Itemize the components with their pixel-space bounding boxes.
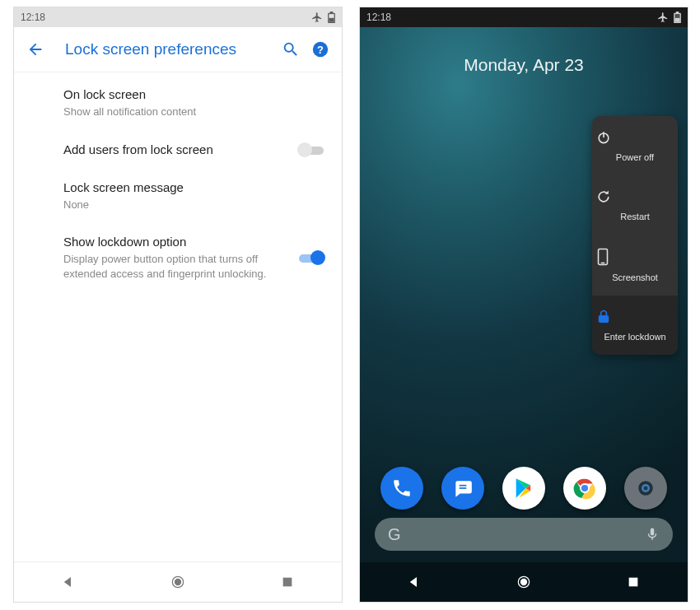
- google-logo-icon: G: [388, 525, 401, 544]
- home-wallpaper[interactable]: Monday, Apr 23 Power off Restart: [360, 27, 688, 602]
- app-play-store[interactable]: [502, 467, 545, 510]
- airplane-mode-icon: [657, 12, 669, 23]
- screenshot-pair: 12:18 Lock screen preferences ?: [0, 0, 700, 610]
- home-date: Monday, Apr 23: [360, 55, 688, 75]
- google-search-bar[interactable]: G: [375, 518, 673, 551]
- lock-icon: [595, 309, 674, 325]
- nav-home-button[interactable]: [153, 567, 203, 597]
- app-chrome[interactable]: [563, 467, 606, 510]
- setting-subtitle: Show all notification content: [63, 105, 315, 119]
- svg-rect-11: [599, 249, 608, 265]
- power-item-label: Power off: [616, 152, 654, 162]
- screenshot-button[interactable]: Screenshot: [592, 235, 678, 296]
- svg-text:?: ?: [317, 44, 324, 56]
- setting-show-lockdown[interactable]: Show lockdown option Display power butto…: [14, 223, 342, 292]
- phone-home: 12:18 Monday, Apr 23 Power off: [359, 7, 688, 603]
- power-off-button[interactable]: Power off: [592, 116, 678, 175]
- setting-title: Lock screen message: [63, 180, 315, 194]
- app-dock: [371, 467, 676, 510]
- app-camera[interactable]: [624, 467, 667, 510]
- back-button[interactable]: [21, 35, 50, 64]
- enter-lockdown-button[interactable]: Enter lockdown: [592, 296, 678, 355]
- svg-rect-8: [674, 18, 679, 22]
- search-button[interactable]: [276, 35, 306, 64]
- airplane-mode-icon: [311, 12, 323, 23]
- setting-title: On lock screen: [63, 87, 315, 101]
- svg-point-23: [520, 579, 527, 585]
- svg-rect-24: [628, 578, 637, 587]
- status-time: 12:18: [21, 12, 45, 23]
- power-item-label: Restart: [620, 212, 649, 221]
- nav-recent-button[interactable]: [609, 567, 658, 597]
- svg-rect-1: [329, 18, 334, 22]
- restart-icon: [595, 189, 674, 205]
- battery-icon: [328, 12, 335, 23]
- setting-lock-screen-message[interactable]: Lock screen message None: [14, 169, 342, 224]
- settings-list: On lock screen Show all notification con…: [14, 72, 342, 292]
- svg-point-5: [175, 579, 181, 585]
- restart-button[interactable]: Restart: [592, 175, 678, 235]
- power-item-label: Screenshot: [612, 272, 658, 282]
- setting-title: Show lockdown option: [63, 235, 287, 249]
- nav-back-button[interactable]: [390, 567, 439, 597]
- status-time: 12:18: [366, 12, 391, 23]
- svg-point-21: [644, 487, 648, 491]
- power-icon: [595, 129, 674, 146]
- setting-add-users[interactable]: Add users from lock screen: [14, 131, 342, 169]
- screenshot-icon: [595, 248, 674, 266]
- toggle-add-users[interactable]: [297, 142, 325, 157]
- svg-rect-6: [282, 578, 292, 587]
- settings-title: Lock screen preferences: [65, 40, 276, 58]
- nav-back-button[interactable]: [44, 567, 93, 597]
- power-menu: Power off Restart Screenshot: [592, 116, 678, 355]
- nav-bar: [14, 561, 342, 602]
- phone-settings: 12:18 Lock screen preferences ?: [13, 7, 343, 603]
- svg-rect-13: [599, 315, 609, 322]
- app-phone[interactable]: [380, 467, 423, 510]
- settings-header: Lock screen preferences ?: [14, 27, 342, 72]
- setting-subtitle: Display power button option that turns o…: [63, 252, 287, 281]
- mic-icon[interactable]: [645, 527, 660, 542]
- battery-icon: [674, 12, 681, 23]
- setting-subtitle: None: [63, 198, 315, 212]
- status-bar: 12:18: [14, 7, 342, 27]
- help-button[interactable]: ?: [306, 35, 335, 64]
- setting-on-lock-screen[interactable]: On lock screen Show all notification con…: [14, 76, 342, 131]
- setting-title: Add users from lock screen: [63, 142, 287, 156]
- app-messages[interactable]: [441, 467, 484, 510]
- nav-home-button[interactable]: [499, 567, 548, 597]
- nav-recent-button[interactable]: [263, 567, 312, 597]
- toggle-show-lockdown[interactable]: [297, 250, 325, 265]
- status-bar: 12:18: [360, 7, 688, 27]
- nav-bar: [360, 562, 688, 602]
- power-item-label: Enter lockdown: [604, 332, 665, 342]
